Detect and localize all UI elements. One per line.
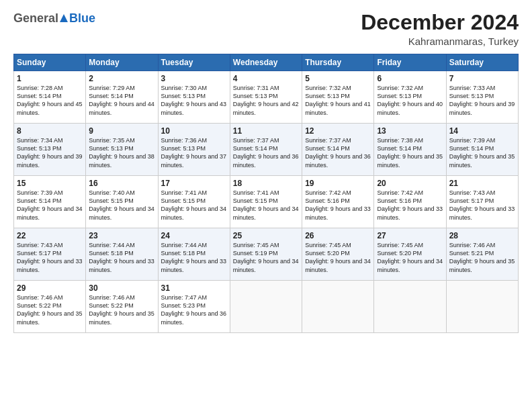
day-info: Sunrise: 7:39 AMSunset: 5:14 PMDaylight:… [17, 189, 83, 222]
day-number: 19 [305, 179, 371, 188]
table-row: 17Sunrise: 7:41 AMSunset: 5:15 PMDayligh… [158, 176, 230, 228]
day-info: Sunrise: 7:33 AMSunset: 5:13 PMDaylight:… [449, 84, 515, 117]
calendar-row: 15Sunrise: 7:39 AMSunset: 5:14 PMDayligh… [14, 176, 519, 228]
table-row [446, 281, 518, 333]
day-info: Sunrise: 7:43 AMSunset: 5:17 PMDaylight:… [17, 241, 83, 274]
day-number: 30 [89, 283, 154, 293]
day-info: Sunrise: 7:41 AMSunset: 5:15 PMDaylight:… [233, 189, 299, 222]
logo-general: General [13, 11, 58, 26]
page: General Blue December 2024 Kahramanmaras… [0, 0, 532, 411]
day-number: 28 [449, 231, 515, 240]
table-row: 15Sunrise: 7:39 AMSunset: 5:14 PMDayligh… [14, 176, 86, 228]
table-row: 26Sunrise: 7:45 AMSunset: 5:20 PMDayligh… [302, 228, 374, 281]
table-row: 8Sunrise: 7:34 AMSunset: 5:13 PMDaylight… [14, 124, 86, 176]
day-number: 31 [161, 283, 227, 293]
day-number: 5 [305, 74, 371, 83]
day-info: Sunrise: 7:36 AMSunset: 5:13 PMDaylight:… [161, 136, 227, 169]
day-number: 26 [305, 231, 371, 240]
table-row: 4Sunrise: 7:31 AMSunset: 5:13 PMDaylight… [230, 71, 302, 124]
table-row: 16Sunrise: 7:40 AMSunset: 5:15 PMDayligh… [86, 176, 158, 228]
col-friday: Friday [374, 54, 446, 71]
table-row: 21Sunrise: 7:43 AMSunset: 5:17 PMDayligh… [446, 176, 518, 228]
calendar-table: Sunday Monday Tuesday Wednesday Thursday… [13, 54, 519, 333]
day-info: Sunrise: 7:47 AMSunset: 5:23 PMDaylight:… [161, 293, 227, 326]
day-number: 7 [449, 74, 515, 83]
day-info: Sunrise: 7:45 AMSunset: 5:20 PMDaylight:… [305, 241, 371, 274]
table-row: 3Sunrise: 7:30 AMSunset: 5:13 PMDaylight… [158, 71, 230, 124]
day-info: Sunrise: 7:30 AMSunset: 5:13 PMDaylight:… [161, 84, 227, 117]
logo-blue: Blue [69, 11, 95, 26]
day-info: Sunrise: 7:28 AMSunset: 5:14 PMDaylight:… [17, 84, 83, 117]
day-number: 1 [17, 74, 83, 83]
day-number: 29 [17, 283, 83, 293]
table-row: 23Sunrise: 7:44 AMSunset: 5:18 PMDayligh… [86, 228, 158, 281]
day-number: 14 [449, 126, 515, 136]
day-info: Sunrise: 7:44 AMSunset: 5:18 PMDaylight:… [89, 241, 154, 274]
svg-marker-0 [60, 14, 68, 22]
day-number: 20 [377, 179, 443, 188]
table-row: 22Sunrise: 7:43 AMSunset: 5:17 PMDayligh… [14, 228, 86, 281]
day-number: 23 [89, 231, 154, 240]
day-number: 11 [233, 126, 299, 136]
location: Kahramanmaras, Turkey [361, 36, 519, 47]
day-info: Sunrise: 7:35 AMSunset: 5:13 PMDaylight:… [89, 136, 154, 169]
table-row: 11Sunrise: 7:37 AMSunset: 5:14 PMDayligh… [230, 124, 302, 176]
table-row: 29Sunrise: 7:46 AMSunset: 5:22 PMDayligh… [14, 281, 86, 333]
table-row: 6Sunrise: 7:32 AMSunset: 5:13 PMDaylight… [374, 71, 446, 124]
table-row: 19Sunrise: 7:42 AMSunset: 5:16 PMDayligh… [302, 176, 374, 228]
table-row: 9Sunrise: 7:35 AMSunset: 5:13 PMDaylight… [86, 124, 158, 176]
table-row: 2Sunrise: 7:29 AMSunset: 5:14 PMDaylight… [86, 71, 158, 124]
col-sunday: Sunday [14, 54, 86, 71]
logo-icon [59, 11, 69, 26]
table-row [230, 281, 302, 333]
calendar-body: 1Sunrise: 7:28 AMSunset: 5:14 PMDaylight… [14, 71, 519, 333]
day-info: Sunrise: 7:46 AMSunset: 5:21 PMDaylight:… [449, 241, 515, 274]
table-row: 18Sunrise: 7:41 AMSunset: 5:15 PMDayligh… [230, 176, 302, 228]
day-number: 22 [17, 231, 83, 240]
day-number: 6 [377, 74, 443, 83]
day-info: Sunrise: 7:45 AMSunset: 5:19 PMDaylight:… [233, 241, 299, 274]
day-number: 13 [377, 126, 443, 136]
day-number: 27 [377, 231, 443, 240]
calendar-header: Sunday Monday Tuesday Wednesday Thursday… [14, 54, 519, 71]
day-number: 2 [89, 74, 154, 83]
day-info: Sunrise: 7:42 AMSunset: 5:16 PMDaylight:… [377, 189, 443, 222]
day-number: 4 [233, 74, 299, 83]
day-info: Sunrise: 7:29 AMSunset: 5:14 PMDaylight:… [89, 84, 154, 117]
table-row: 24Sunrise: 7:44 AMSunset: 5:18 PMDayligh… [158, 228, 230, 281]
logo-text: General Blue [13, 11, 95, 26]
day-number: 15 [17, 179, 83, 188]
day-info: Sunrise: 7:39 AMSunset: 5:14 PMDaylight:… [449, 136, 515, 169]
table-row: 20Sunrise: 7:42 AMSunset: 5:16 PMDayligh… [374, 176, 446, 228]
day-info: Sunrise: 7:32 AMSunset: 5:13 PMDaylight:… [305, 84, 371, 117]
day-info: Sunrise: 7:38 AMSunset: 5:14 PMDaylight:… [377, 136, 443, 169]
col-tuesday: Tuesday [158, 54, 230, 71]
day-number: 12 [305, 126, 371, 136]
table-row: 27Sunrise: 7:45 AMSunset: 5:20 PMDayligh… [374, 228, 446, 281]
calendar-row: 1Sunrise: 7:28 AMSunset: 5:14 PMDaylight… [14, 71, 519, 124]
table-row: 10Sunrise: 7:36 AMSunset: 5:13 PMDayligh… [158, 124, 230, 176]
day-number: 25 [233, 231, 299, 240]
day-number: 24 [161, 231, 227, 240]
table-row: 14Sunrise: 7:39 AMSunset: 5:14 PMDayligh… [446, 124, 518, 176]
day-info: Sunrise: 7:44 AMSunset: 5:18 PMDaylight:… [161, 241, 227, 274]
col-monday: Monday [86, 54, 158, 71]
table-row: 1Sunrise: 7:28 AMSunset: 5:14 PMDaylight… [14, 71, 86, 124]
day-info: Sunrise: 7:42 AMSunset: 5:16 PMDaylight:… [305, 189, 371, 222]
logo-triangle-icon [59, 13, 69, 23]
table-row: 30Sunrise: 7:46 AMSunset: 5:22 PMDayligh… [86, 281, 158, 333]
day-info: Sunrise: 7:37 AMSunset: 5:14 PMDaylight:… [305, 136, 371, 169]
day-number: 9 [89, 126, 154, 136]
col-saturday: Saturday [446, 54, 518, 71]
table-row [374, 281, 446, 333]
day-number: 18 [233, 179, 299, 188]
day-info: Sunrise: 7:31 AMSunset: 5:13 PMDaylight:… [233, 84, 299, 117]
table-row: 13Sunrise: 7:38 AMSunset: 5:14 PMDayligh… [374, 124, 446, 176]
table-row: 25Sunrise: 7:45 AMSunset: 5:19 PMDayligh… [230, 228, 302, 281]
day-info: Sunrise: 7:45 AMSunset: 5:20 PMDaylight:… [377, 241, 443, 274]
day-info: Sunrise: 7:32 AMSunset: 5:13 PMDaylight:… [377, 84, 443, 117]
table-row: 12Sunrise: 7:37 AMSunset: 5:14 PMDayligh… [302, 124, 374, 176]
day-info: Sunrise: 7:46 AMSunset: 5:22 PMDaylight:… [89, 293, 154, 326]
day-number: 3 [161, 74, 227, 83]
header: General Blue December 2024 Kahramanmaras… [13, 11, 519, 47]
